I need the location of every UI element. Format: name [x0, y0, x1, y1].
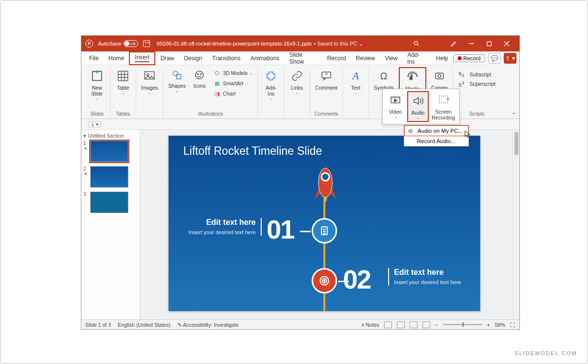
tab-view[interactable]: View — [380, 51, 402, 65]
svg-point-18 — [196, 71, 203, 79]
filename[interactable]: 65036-01-lift-off-rocket-timeline-powerp… — [157, 41, 312, 47]
links-button[interactable]: Links⌄ — [287, 67, 307, 117]
notes-button[interactable]: ≡ Notes — [361, 322, 379, 328]
record-audio-item[interactable]: Record Audio... — [404, 136, 468, 146]
thumbnail-2-preview[interactable] — [90, 166, 128, 188]
tab-file[interactable]: File — [84, 51, 103, 65]
reading-view-button[interactable] — [410, 321, 417, 328]
zoom-in-button[interactable]: + — [487, 322, 490, 328]
app-icon: P — [85, 40, 93, 48]
tab-review[interactable]: Review — [351, 51, 380, 65]
normal-view-button[interactable] — [384, 321, 392, 328]
minimize-button[interactable] — [463, 36, 480, 51]
title-bar: P AutoSave Off 65036-01-lift-off-rocket-… — [81, 36, 519, 51]
powerpoint-window: P AutoSave Off 65036-01-lift-off-rocket-… — [81, 35, 520, 330]
group-tables: Tables — [116, 111, 130, 118]
audio-on-my-pc-item[interactable]: Audio on My PC... — [404, 125, 468, 136]
zoom-level[interactable]: 58% — [495, 322, 505, 328]
text-block-2[interactable]: Edit text here Insert your desired text … — [388, 268, 462, 286]
vertical-scrollbar[interactable] — [513, 130, 519, 319]
screen-recording-button[interactable]: Screen Recording — [430, 91, 457, 122]
close-button[interactable] — [498, 36, 515, 51]
save-status[interactable]: • Saved to this PC ⌄ — [314, 41, 363, 47]
animation-star-icon: ★ — [84, 146, 88, 151]
table-button[interactable]: Table⌄ — [113, 67, 133, 111]
thumbnail-2[interactable]: 2★ — [83, 166, 138, 188]
tab-addins[interactable]: Add-ins — [402, 51, 431, 65]
timeline-node-2 — [312, 268, 337, 293]
timeline-node-1 — [312, 218, 337, 243]
comments-pane-button[interactable]: 💬 — [488, 53, 501, 64]
accessibility-status[interactable]: ✎ Accessibility: Investigate — [177, 322, 239, 328]
thumbnail-1-preview[interactable] — [90, 141, 128, 162]
pen-icon[interactable] — [445, 36, 463, 51]
video-button[interactable]: Video⌄ — [385, 91, 406, 122]
record-button[interactable]: Record — [453, 54, 485, 62]
tab-animations[interactable]: Animations — [245, 51, 284, 65]
addins-button[interactable]: Add- ins⌄ — [261, 67, 281, 117]
tab-design[interactable]: Design — [179, 51, 207, 65]
tab-slideshow[interactable]: Slide Show — [284, 51, 322, 65]
tab-help[interactable]: Help — [431, 51, 453, 65]
tab-home[interactable]: Home — [103, 51, 129, 65]
svg-point-34 — [321, 173, 329, 181]
connector-1 — [300, 231, 311, 232]
number-01[interactable]: 01 — [267, 214, 294, 244]
svg-point-20 — [200, 73, 201, 74]
tab-draw[interactable]: Draw — [155, 51, 179, 65]
new-slide-button[interactable]: New Slide⌄ — [87, 67, 107, 111]
icons-button[interactable]: Icons — [190, 67, 209, 111]
svg-point-41 — [324, 280, 325, 281]
maximize-button[interactable] — [480, 36, 498, 51]
sorter-view-button[interactable] — [397, 321, 405, 328]
language-status[interactable]: English (United States) — [118, 322, 171, 328]
cursor-icon — [465, 130, 472, 138]
rocket-icon — [315, 164, 336, 213]
svg-rect-29 — [439, 96, 448, 103]
save-icon[interactable] — [143, 40, 150, 47]
search-icon[interactable] — [408, 36, 425, 51]
watermark: SLIDEMODEL.COM — [514, 350, 577, 356]
superscript-button[interactable]: X2 Superscript — [456, 79, 498, 89]
audio-submenu: Audio on My PC... Record Audio... — [404, 125, 469, 146]
slide-counter[interactable]: Slide 1 of 3 — [85, 322, 111, 328]
tab-insert[interactable]: Insert — [129, 51, 155, 65]
number-02[interactable]: 02 — [343, 264, 370, 294]
toggle-pill[interactable]: Off — [123, 40, 138, 47]
zoom-slider[interactable] — [443, 324, 482, 325]
thumbnail-1[interactable]: 1★ — [83, 141, 138, 162]
thumbnail-3[interactable]: 3 — [83, 192, 138, 213]
images-button[interactable]: Images⌄ — [139, 67, 160, 117]
svg-rect-9 — [118, 71, 128, 81]
qat-dropdown[interactable]: ⤓ ▾ — [88, 121, 101, 127]
text-block-1[interactable]: Edit text here Insert your desired text … — [188, 218, 262, 236]
audio-button[interactable]: Audio⌄ — [407, 91, 429, 122]
tab-record[interactable]: Record — [322, 51, 351, 65]
slide-canvas[interactable]: Liftoff Rocket Timeline Slide 01 02 — [169, 136, 480, 311]
svg-point-25 — [438, 74, 441, 77]
shapes-button[interactable]: Shapes⌄ — [166, 67, 188, 111]
slide-editor[interactable]: Liftoff Rocket Timeline Slide 01 02 — [140, 130, 513, 319]
smartart-button[interactable]: ▦SmartArt — [211, 78, 255, 88]
svg-point-16 — [173, 71, 178, 76]
svg-marker-28 — [394, 99, 397, 102]
thumbnail-3-preview[interactable] — [90, 192, 128, 213]
3dmodels-button[interactable]: ⬡3D Models ⌄ — [211, 68, 255, 78]
status-bar: Slide 1 of 3 English (United States) ✎ A… — [81, 319, 519, 329]
subscript-button[interactable]: X2 Subscript — [456, 70, 498, 79]
autosave-toggle[interactable]: AutoSave Off — [98, 40, 138, 47]
media-dropdown: Video⌄ Audio⌄ Screen Recording — [382, 89, 460, 124]
collapse-ribbon-button[interactable]: ⌄ — [512, 109, 516, 116]
text-button[interactable]: AText⌄ — [346, 67, 366, 117]
group-scripts: Scripts — [469, 111, 485, 118]
autosave-label: AutoSave — [98, 41, 122, 47]
fit-to-window-button[interactable]: ⛶ — [510, 322, 515, 328]
section-header[interactable]: ▾ Untitled Section — [83, 133, 138, 139]
chart-button[interactable]: ▯▮Chart — [211, 89, 255, 98]
tab-transitions[interactable]: Transitions — [207, 51, 245, 65]
slideshow-view-button[interactable] — [422, 321, 430, 328]
comment-button[interactable]: Comment — [313, 67, 340, 111]
share-button[interactable]: ⇪ ▾ — [504, 53, 516, 64]
svg-point-0 — [414, 41, 417, 45]
zoom-out-button[interactable]: − — [435, 322, 438, 328]
